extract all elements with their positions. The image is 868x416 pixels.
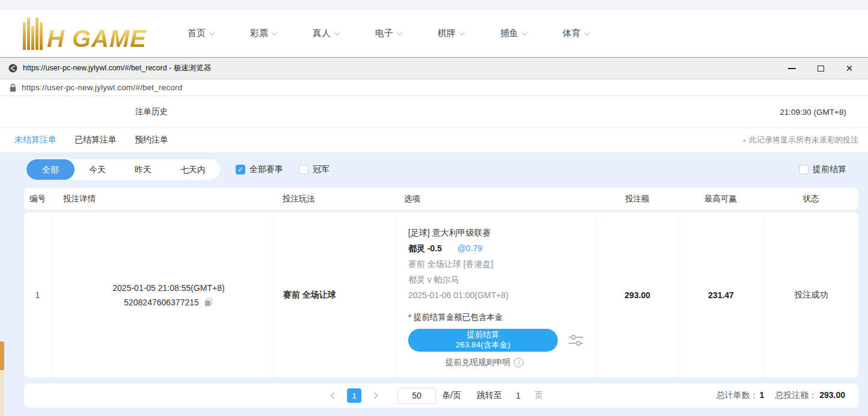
col-max-win: 最高可赢 — [678, 188, 763, 210]
cashout-button-line1: 提前结算 — [467, 330, 500, 340]
row-status: 投注成功 — [763, 212, 858, 378]
nav-item-sports[interactable]: 体育 — [563, 28, 625, 39]
nav-item-lottery[interactable]: 彩票 — [250, 28, 313, 39]
col-no: 编号 — [24, 188, 51, 210]
site-logo[interactable]: H GAME — [23, 17, 147, 50]
floating-side-tab[interactable] — [0, 341, 4, 370]
checkbox-checked-icon: ✓ — [236, 165, 245, 174]
date-filter-7days[interactable]: 七天内 — [166, 159, 220, 180]
page-number-button[interactable]: 1 — [347, 388, 361, 403]
browser-window: https://user-pc-new.jylywl.com/#/bet_rec… — [0, 57, 868, 416]
chevron-right-icon — [371, 392, 378, 399]
page-head: 注单历史 21:09:30 (GMT+8) — [0, 96, 868, 128]
nav-item-live[interactable]: 真人 — [313, 28, 375, 39]
jump-page-input[interactable] — [508, 388, 528, 403]
logo-text: H GAME — [47, 27, 147, 50]
floating-side-tab-lower[interactable] — [0, 372, 4, 416]
prev-page-button[interactable] — [326, 388, 341, 403]
maximize-button[interactable] — [814, 62, 827, 75]
row-option: [足球] 意大利甲级联赛 都灵 -0.5 @0.79 赛前 全场让球 [香港盘]… — [396, 212, 596, 378]
checkbox-all-events[interactable]: ✓ 全部赛事 — [236, 164, 283, 175]
bullet-icon: • — [743, 135, 746, 145]
server-clock: 21:09:30 (GMT+8) — [780, 108, 846, 117]
cashout-wrap: 提前结算 263.84(含本金) — [408, 329, 584, 352]
copy-icon[interactable] — [204, 298, 213, 307]
lock-icon — [10, 84, 16, 92]
browser-addressbar[interactable]: https://user-pc-new.jylywl.com/#/bet_rec… — [0, 79, 868, 96]
cashout-button-line2: 263.84(含本金) — [456, 340, 510, 350]
nav-item-fishing[interactable]: 捕鱼 — [500, 28, 563, 39]
chevron-down-icon — [522, 29, 528, 35]
checkbox-label: 冠军 — [313, 164, 329, 175]
option-market: 赛前 全场让球 [香港盘] — [408, 259, 584, 270]
close-button[interactable]: ✕ — [843, 62, 856, 75]
option-match: 都灵 v 帕尔马 — [408, 275, 584, 286]
date-filter-group: 全部 今天 昨天 七天内 — [26, 159, 220, 180]
page-unit-label: 页 — [534, 390, 543, 401]
tab-unsettled[interactable]: 未结算注单 — [14, 135, 57, 145]
nav-label: 体育 — [563, 28, 581, 39]
chevron-down-icon — [584, 29, 590, 35]
window-title: https://user-pc-new.jylywl.com/#/bet_rec… — [23, 63, 211, 73]
row-no: 1 — [24, 212, 51, 378]
nav-item-slots[interactable]: 电子 — [375, 28, 438, 39]
row-bet-detail: 2025-01-05 21:08:55(GMT+8) 5208247606377… — [51, 212, 274, 378]
total-count: 总计单数：1 — [716, 390, 764, 401]
nav-label: 捕鱼 — [500, 28, 518, 39]
option-match-time: 2025-01-06 01:00(GMT+8) — [408, 290, 584, 300]
chevron-down-icon — [397, 29, 403, 35]
date-filter-today[interactable]: 今天 — [75, 159, 120, 180]
date-filter-yesterday[interactable]: 昨天 — [120, 159, 166, 180]
chevron-down-icon — [334, 29, 340, 35]
col-play-type: 投注玩法 — [274, 188, 396, 210]
option-league: [足球] 意大利甲级联赛 — [408, 228, 584, 239]
pager-totals: 总计单数：1 总投注额：293.00 — [716, 390, 858, 401]
nav-item-cards[interactable]: 棋牌 — [438, 28, 500, 39]
browser-globe-icon — [8, 64, 17, 73]
nav-label: 棋牌 — [438, 28, 456, 39]
minimize-button[interactable] — [785, 62, 798, 75]
checkbox-early-settle[interactable]: 提前结算 — [799, 164, 846, 175]
pager-group: 1 条/页 跳转至 页 — [326, 388, 543, 404]
top-strip — [0, 0, 868, 10]
minimize-icon — [788, 68, 796, 69]
cashout-slider-icon[interactable] — [567, 333, 584, 347]
chevron-left-icon — [331, 392, 337, 399]
pagination-bar: 1 条/页 跳转至 页 总计单数：1 总投注额：293.00 — [24, 384, 858, 408]
window-controls: ✕ — [785, 62, 860, 75]
row-max-win: 231.47 — [678, 212, 763, 378]
col-option: 选项 — [396, 188, 596, 210]
cashout-rule-text: 提前兑现规则申明 — [445, 357, 510, 368]
cashout-button[interactable]: 提前结算 263.84(含本金) — [408, 329, 558, 352]
site-header: H GAME 首页 彩票 真人 电子 棋牌 捕鱼 体育 — [0, 10, 868, 57]
col-status: 状态 — [763, 188, 858, 210]
tab-reserved[interactable]: 预约注单 — [135, 135, 168, 145]
tab-settled[interactable]: 已结算注单 — [75, 135, 117, 145]
nav-label: 真人 — [313, 28, 331, 39]
bet-id: 5208247606377215 — [124, 298, 199, 307]
nav-label: 电子 — [375, 28, 393, 39]
checkbox-label: 全部赛事 — [249, 164, 283, 175]
tab-note: • 此记录将显示所有未派彩的投注 — [743, 135, 858, 145]
row-stake: 293.00 — [596, 212, 678, 378]
bet-record-page: 注单历史 21:09:30 (GMT+8) 未结算注单 已结算注单 预约注单 •… — [0, 96, 868, 416]
total-stake: 总投注额：293.00 — [775, 390, 845, 401]
nav-item-home[interactable]: 首页 — [188, 28, 250, 39]
next-page-button[interactable] — [367, 388, 382, 403]
address-url[interactable]: https://user-pc-new.jylywl.com/#/bet_rec… — [22, 83, 182, 92]
cashout-rule-link[interactable]: 提前兑现规则申明 i — [408, 357, 561, 368]
page-size-input[interactable] — [397, 388, 436, 404]
info-icon[interactable]: i — [514, 358, 524, 367]
browser-titlebar[interactable]: https://user-pc-new.jylywl.com/#/bet_rec… — [0, 58, 868, 79]
per-page-label: 条/页 — [442, 390, 461, 401]
tab-note-text: 此记录将显示所有未派彩的投注 — [749, 135, 858, 145]
bet-id-line: 5208247606377215 — [124, 298, 213, 307]
chevron-down-icon — [272, 29, 278, 35]
main-nav: 首页 彩票 真人 电子 棋牌 捕鱼 体育 — [188, 28, 625, 39]
option-odds[interactable]: @0.79 — [457, 243, 482, 253]
date-filter-all[interactable]: 全部 — [26, 159, 75, 180]
checkbox-unchecked-icon — [799, 165, 808, 174]
jump-to-label: 跳转至 — [477, 390, 502, 401]
close-icon: ✕ — [846, 64, 854, 73]
checkbox-champion[interactable]: 冠军 — [299, 164, 329, 175]
